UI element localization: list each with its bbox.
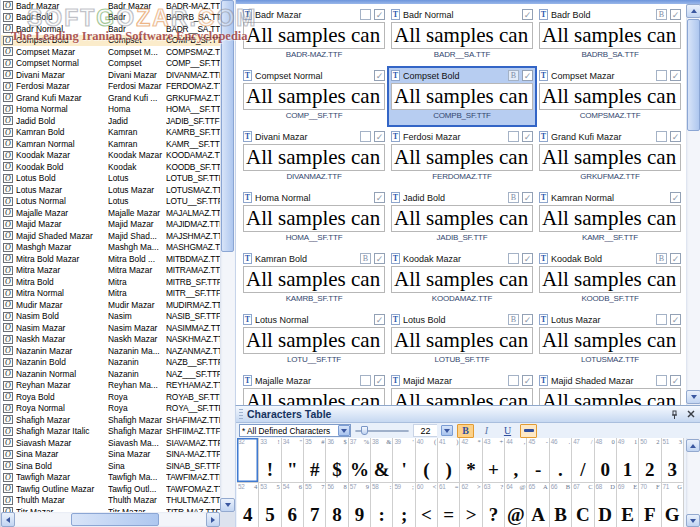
font-list-row[interactable]: OMitra NormalMitraMITR__SF.TTF: [1, 288, 220, 300]
font-list-row[interactable]: ONasim MazarNasim MazarNASIMMAZ.TTF: [1, 322, 220, 334]
font-list-row[interactable]: ONazanin NormalNazaninNAZ___SF.TTF: [1, 368, 220, 380]
font-list-row[interactable]: OThulth MazarThulth MazarTHULTMAZ.TTF: [1, 495, 220, 507]
font-list-row[interactable]: ONazanin BoldNazaninNAZB__SF.TTF: [1, 357, 220, 369]
font-enabled-checkbox[interactable]: ✓: [670, 131, 681, 142]
font-card[interactable]: TLotus BoldB✓All samples canLOTUB_SF.TTF: [389, 312, 535, 369]
font-enabled-checkbox[interactable]: ✓: [670, 70, 681, 81]
font-enabled-checkbox[interactable]: ✓: [670, 375, 681, 386]
font-list-row[interactable]: OTawfig Outline MazarTawfig Outl...TAWFO…: [1, 483, 220, 495]
font-list-row[interactable]: OReyhan MazarReyhan Ma...REYHAMAZ.TTF: [1, 380, 220, 392]
character-cell[interactable]: 5133: [662, 438, 684, 483]
font-list-row[interactable]: OBadr MazarBadr MazarBADR-MAZ.TTF: [1, 0, 220, 12]
character-cell[interactable]: 63??: [483, 483, 505, 527]
font-card[interactable]: TKoodak Mazar✓All samples canKOODAMAZ.TT…: [389, 251, 535, 308]
character-cell[interactable]: 40((: [416, 438, 438, 483]
font-list-table[interactable]: OBadr MazarBadr MazarBADR-MAZ.TTFOBadr B…: [1, 0, 220, 512]
font-list-row[interactable]: OBadr NormalBadrBADR__SA.TTF: [1, 23, 220, 35]
font-enabled-checkbox[interactable]: ✓: [522, 70, 533, 81]
font-size-dropdown-button[interactable]: [441, 425, 453, 436]
font-card[interactable]: TMajid Shaded Mazar✓All samples canMAJSH…: [537, 373, 683, 405]
character-cell[interactable]: 5355: [259, 483, 281, 527]
font-enabled-checkbox[interactable]: ✓: [670, 314, 681, 325]
scroll-right-button[interactable]: [206, 512, 220, 527]
font-enabled-checkbox[interactable]: ✓: [670, 253, 681, 264]
font-list-row[interactable]: OMitra MazarMitra MazarMITRAMAZ.TTF: [1, 265, 220, 277]
font-list-row[interactable]: OMajalle MazarMajalle MazarMAJALMAZ.TTF: [1, 207, 220, 219]
font-list-row[interactable]: OCompset MazarCompset M...COMPSMAZ.TTF: [1, 46, 220, 58]
font-list-row[interactable]: OSina MazarSina MazarSINA-MAZ.TTF: [1, 449, 220, 461]
font-list-row[interactable]: OMitra Bold MazarMitra Bold ...MITBDMAZ.…: [1, 253, 220, 265]
strikeout-toggle[interactable]: [520, 424, 537, 438]
italic-toggle[interactable]: I: [478, 424, 495, 438]
character-cell[interactable]: 62>>: [460, 483, 482, 527]
character-set-dropdown[interactable]: * All Defined Characters: [239, 424, 351, 437]
font-list-row[interactable]: OKoodak MazarKoodak MazarKOODAMAZ.TTF: [1, 150, 220, 162]
font-list-row[interactable]: OCompset NormalCompsetCOMP__SF.TTF: [1, 58, 220, 70]
font-enabled-checkbox[interactable]: ✓: [522, 192, 533, 203]
font-list-row[interactable]: OCompset BoldCompsetCOMPB_SF.TTF: [1, 35, 220, 47]
character-cell[interactable]: 5244: [237, 483, 259, 527]
font-card[interactable]: TKoodak BoldB✓All samples canKOODB_SF.TT…: [537, 251, 683, 308]
character-cell[interactable]: 5466: [282, 483, 304, 527]
font-list-row[interactable]: ONaskh MazarNaskh MazarNASKHMAZ.TTF: [1, 334, 220, 346]
font-card[interactable]: TLotus Normal✓All samples canLOTU__SF.TT…: [241, 312, 387, 369]
scrollbar-thumb[interactable]: [71, 513, 159, 526]
font-list-row[interactable]: ODivani MazarDivani MazarDIVANMAZ.TTF: [1, 69, 220, 81]
font-card[interactable]: TLotus Mazar✓All samples canLOTUSMAZ.TTF: [537, 312, 683, 369]
font-list-horizontal-scrollbar[interactable]: [1, 512, 220, 527]
character-cell[interactable]: 70FF: [639, 483, 661, 527]
character-cell[interactable]: 58::: [371, 483, 393, 527]
character-cell[interactable]: 36$$: [326, 438, 348, 483]
font-enabled-checkbox[interactable]: ✓: [522, 131, 533, 142]
characters-table-titlebar[interactable]: Characters Table: [236, 406, 700, 423]
font-list-row[interactable]: OKamran NormalKamranKAMR__SF.TTF: [1, 138, 220, 150]
character-cell[interactable]: 37%%: [349, 438, 371, 483]
font-list-row[interactable]: OFerdosi MazarFerdosi MazarFERDOMAZ.TTF: [1, 81, 220, 93]
character-cell[interactable]: 41)): [438, 438, 460, 483]
font-list-row[interactable]: OSiavash MazarSiavash Ma...SIAVAMAZ.TTF: [1, 437, 220, 449]
font-enabled-checkbox[interactable]: ✓: [522, 253, 533, 264]
font-list-row[interactable]: OMajid Shaded MazarMajid Shad...MAJSHMAZ…: [1, 230, 220, 242]
font-enabled-checkbox[interactable]: ✓: [374, 192, 385, 203]
font-enabled-checkbox[interactable]: ✓: [670, 192, 681, 203]
font-list-row[interactable]: OHoma NormalHomaHOMA__SF.TTF: [1, 104, 220, 116]
font-card[interactable]: TBadr Normal✓All samples canBADR__SA.TTF: [389, 7, 535, 64]
font-card[interactable]: TCompset Mazar✓All samples canCOMPSMAZ.T…: [537, 68, 683, 125]
character-cell[interactable]: 44,,: [505, 438, 527, 483]
character-cell[interactable]: 68DD: [595, 483, 617, 527]
slider-handle[interactable]: [361, 426, 368, 435]
font-list-row[interactable]: OKoodak BoldKoodakKOODB_SF.TTF: [1, 161, 220, 173]
font-card[interactable]: TKamran BoldB✓All samples canKAMRB_SF.TT…: [241, 251, 387, 308]
font-list-row[interactable]: OTawfigh MazarTawfigh Ma...TAWFIMAZ.TTF: [1, 472, 220, 484]
character-cell[interactable]: 71GG: [662, 483, 684, 527]
character-cell[interactable]: 69EE: [617, 483, 639, 527]
scroll-down-button[interactable]: [686, 390, 700, 404]
font-card[interactable]: TKamran Normal✓All samples canKAMR__SF.T…: [537, 190, 683, 247]
font-list-row[interactable]: ONazanin MazarNazanin Ma...NAZANMAZ.TTF: [1, 345, 220, 357]
character-cell[interactable]: 46..: [550, 438, 572, 483]
font-enabled-checkbox[interactable]: ✓: [374, 314, 385, 325]
character-cell[interactable]: 38&&: [371, 438, 393, 483]
font-list-row[interactable]: OMajid MazarMajid MazarMAJIDMAZ.TTF: [1, 219, 220, 231]
character-cell[interactable]: 5577: [304, 483, 326, 527]
font-enabled-checkbox[interactable]: ✓: [374, 253, 385, 264]
character-cell[interactable]: 42**: [460, 438, 482, 483]
font-list-row[interactable]: OKamran BoldKamranKAMRB_SF.TTF: [1, 127, 220, 139]
dropdown-button[interactable]: [338, 425, 350, 436]
font-card[interactable]: TBadr Mazar✓All samples canBADR-MAZ.TTF: [241, 7, 387, 64]
font-card[interactable]: TGrand Kufi Mazar✓All samples canGRKUFMA…: [537, 129, 683, 186]
character-cell[interactable]: 4800: [595, 438, 617, 483]
font-list-row[interactable]: OShafigh Mazar ItalicShafigh MazarSHFIIM…: [1, 426, 220, 438]
character-cell[interactable]: 34"": [282, 438, 304, 483]
font-card[interactable]: TDivani Mazar✓All samples canDIVANMAZ.TT…: [241, 129, 387, 186]
font-list-row[interactable]: OLotus MazarLotus MazarLOTUSMAZ.TTF: [1, 184, 220, 196]
character-cell[interactable]: 43++: [483, 438, 505, 483]
font-card[interactable]: TMajalle Mazar✓All samples canMAJALMAZ.T…: [241, 373, 387, 405]
font-list-row[interactable]: OSina BoldSinaSINAB_SF.TTF: [1, 460, 220, 472]
character-cell[interactable]: 4911: [617, 438, 639, 483]
font-enabled-checkbox[interactable]: ✓: [522, 314, 533, 325]
font-list-row[interactable]: OLotus NormalLotusLOTU__SF.TTF: [1, 196, 220, 208]
font-list-row[interactable]: ORoya NormalRoyaROYA__SF.TTF: [1, 403, 220, 415]
scrollbar-thumb[interactable]: [687, 19, 700, 131]
character-cell[interactable]: 5799: [349, 483, 371, 527]
